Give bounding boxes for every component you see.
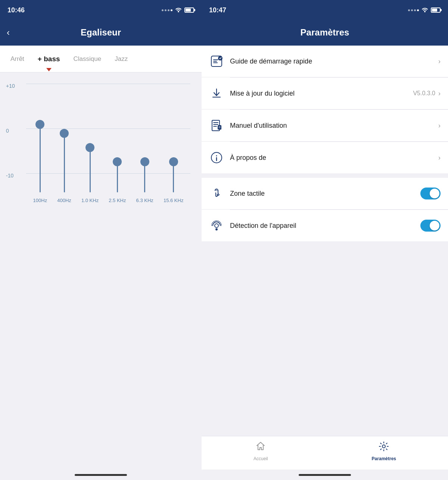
- eq-handle-25khz[interactable]: [113, 157, 122, 166]
- home-bar-right: [299, 474, 351, 476]
- right-header: Paramètres: [202, 19, 448, 46]
- left-panel: 10:46 ‹ Egaliseur Arrêt: [0, 0, 202, 480]
- nav-item-home[interactable]: Accueil: [253, 441, 268, 461]
- settings-item-guide[interactable]: Guide de démarrage rapide ›: [202, 46, 448, 77]
- download-icon: [209, 86, 224, 101]
- right-signal-dot-4: [417, 9, 419, 11]
- update-version: V5.0.3.0: [413, 90, 435, 97]
- settings-nav-label: Paramètres: [372, 456, 396, 461]
- right-home-indicator: [202, 470, 448, 480]
- left-status-icons: [162, 6, 194, 14]
- eq-handle-100hz[interactable]: [35, 120, 44, 129]
- right-wifi-icon: [421, 6, 429, 14]
- eq-scale-zero: 0: [6, 128, 9, 134]
- left-title: Egaliseur: [81, 27, 121, 38]
- right-signal-dot-2: [411, 9, 413, 11]
- section-divider: [202, 173, 448, 178]
- guide-icon: [209, 54, 224, 69]
- eq-scale-minus: -10: [6, 173, 13, 179]
- right-panel: 10:47 Paramètres: [202, 0, 448, 480]
- eq-bar-156khz[interactable]: 15.6 KHz: [164, 162, 183, 203]
- left-status-bar: 10:46: [0, 0, 202, 19]
- battery-icon: [184, 7, 194, 13]
- settings-nav-icon: [378, 441, 389, 455]
- eq-label-100hz: 100Hz: [33, 198, 47, 203]
- svg-rect-3: [218, 126, 221, 129]
- touch-toggle-knob: [430, 189, 439, 198]
- svg-point-6: [215, 224, 218, 227]
- left-header: ‹ Egaliseur: [0, 19, 202, 46]
- about-label: À propos de: [230, 154, 438, 162]
- tab-arret[interactable]: Arrêt: [4, 55, 31, 63]
- eq-label-63khz: 6.3 KHz: [136, 198, 153, 203]
- eq-tabs: Arrêt + bass Classique Jazz: [0, 46, 202, 72]
- tab-bass[interactable]: + bass: [31, 55, 67, 63]
- settings-item-detect[interactable]: Détection de l'appareil: [202, 210, 448, 241]
- eq-handle-63khz[interactable]: [140, 157, 149, 166]
- right-battery-fill: [432, 9, 437, 12]
- detect-icon: [209, 218, 224, 233]
- right-signal-dots: [408, 9, 419, 11]
- right-status-bar: 10:47: [202, 0, 448, 19]
- info-icon: [209, 150, 224, 165]
- manual-icon: [209, 118, 224, 133]
- nav-item-settings[interactable]: Paramètres: [372, 441, 396, 461]
- bottom-nav: Accueil Paramètres: [202, 436, 448, 470]
- wifi-icon: [175, 6, 182, 14]
- settings-section-1: Guide de démarrage rapide › Mise à jour …: [202, 46, 448, 173]
- svg-point-8: [382, 445, 385, 448]
- detect-toggle-knob: [430, 221, 439, 230]
- guide-label: Guide de démarrage rapide: [230, 58, 438, 65]
- eq-label-400hz: 400Hz: [57, 198, 71, 203]
- back-button[interactable]: ‹: [7, 27, 10, 38]
- settings-item-update[interactable]: Mise à jour du logiciel V5.0.3.0 ›: [202, 78, 448, 109]
- manual-label: Manuel d'utilisation: [230, 122, 438, 130]
- signal-dot-1: [162, 9, 164, 11]
- signal-dots: [162, 9, 172, 11]
- detect-toggle[interactable]: [420, 220, 441, 232]
- update-chevron: ›: [438, 90, 441, 97]
- eq-bar-1khz[interactable]: 1.0 KHz: [81, 148, 99, 203]
- eq-handle-400hz[interactable]: [60, 129, 69, 138]
- settings-list: Guide de démarrage rapide › Mise à jour …: [202, 46, 448, 436]
- settings-item-touch[interactable]: Zone tactile: [202, 178, 448, 210]
- signal-dot-3: [168, 9, 169, 11]
- guide-chevron: ›: [438, 58, 441, 65]
- home-bar-left: [75, 474, 127, 476]
- signal-dot-2: [165, 9, 167, 11]
- eq-bar-25khz[interactable]: 2.5 KHz: [109, 162, 126, 203]
- eq-handle-1khz[interactable]: [85, 143, 94, 152]
- update-label: Mise à jour du logiciel: [230, 90, 413, 97]
- eq-scale-plus: +10: [6, 83, 15, 89]
- settings-item-about[interactable]: À propos de ›: [202, 142, 448, 173]
- eq-bar-100hz[interactable]: 100Hz: [33, 124, 47, 203]
- signal-dot-4: [171, 9, 172, 11]
- right-signal-dot-1: [408, 9, 410, 11]
- settings-section-2: Zone tactile Détection de l'appareil: [202, 178, 448, 241]
- touch-label: Zone tactile: [230, 190, 420, 198]
- about-chevron: ›: [438, 154, 441, 162]
- right-title: Paramètres: [301, 27, 349, 38]
- right-signal-dot-3: [414, 9, 416, 11]
- settings-item-manual[interactable]: Manuel d'utilisation ›: [202, 110, 448, 142]
- right-time: 10:47: [209, 6, 226, 14]
- eq-label-156khz: 15.6 KHz: [164, 198, 183, 203]
- battery-fill: [186, 9, 191, 12]
- eq-area: +10 0 -10 100Hz: [0, 72, 202, 470]
- manual-chevron: ›: [438, 122, 441, 130]
- detect-label: Détection de l'appareil: [230, 222, 420, 230]
- tab-classique[interactable]: Classique: [67, 55, 108, 63]
- left-time: 10:46: [7, 6, 25, 14]
- svg-point-5: [216, 155, 217, 157]
- home-icon: [255, 441, 266, 455]
- svg-point-7: [216, 229, 217, 230]
- tab-jazz[interactable]: Jazz: [108, 55, 130, 63]
- touch-toggle[interactable]: [420, 188, 441, 199]
- eq-label-25khz: 2.5 KHz: [109, 198, 126, 203]
- tab-active-indicator: [46, 68, 52, 71]
- left-home-indicator: [0, 470, 202, 480]
- right-battery-icon: [431, 7, 441, 13]
- eq-handle-156khz[interactable]: [169, 157, 178, 166]
- eq-bar-63khz[interactable]: 6.3 KHz: [136, 162, 153, 203]
- eq-bar-400hz[interactable]: 400Hz: [57, 133, 71, 203]
